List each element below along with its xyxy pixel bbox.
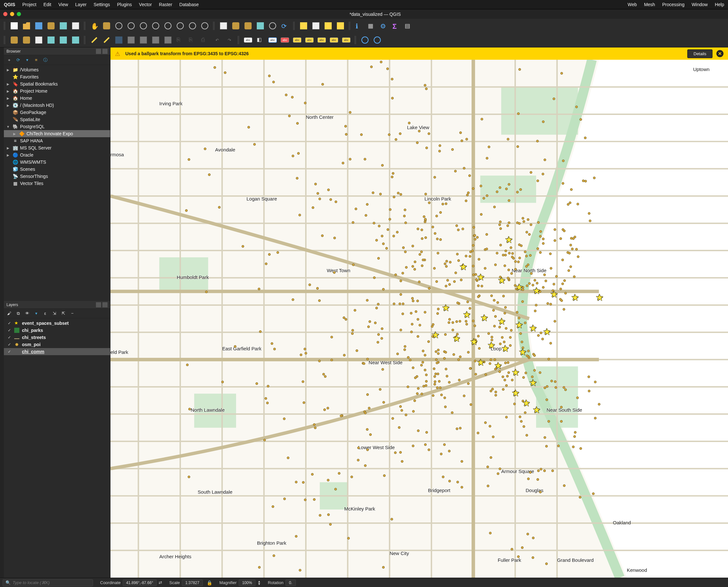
layers-collapse-icon[interactable]: ⇱ bbox=[60, 310, 67, 317]
layers-add-group-icon[interactable]: ⧉ bbox=[15, 310, 21, 317]
coordinate-toggle-icon[interactable]: ⇄ bbox=[159, 580, 162, 585]
browser-item[interactable]: ▶🔖Spatial Bookmarks bbox=[4, 80, 110, 88]
rotation-value[interactable]: 0. bbox=[286, 580, 296, 586]
select-all-button[interactable] bbox=[335, 21, 346, 31]
identify-button[interactable]: ℹ bbox=[354, 21, 364, 31]
browser-undock-button[interactable] bbox=[96, 49, 101, 54]
scale-lock-icon[interactable]: 🔒 bbox=[207, 580, 212, 585]
globe-zoom-button[interactable] bbox=[372, 35, 382, 45]
layer-item[interactable]: ✓chi_parks bbox=[4, 327, 110, 334]
diagram-button[interactable]: ◧ bbox=[255, 35, 266, 45]
browser-item[interactable]: ⭐Favorites bbox=[4, 73, 110, 80]
layers-styling-icon[interactable]: 🖌 bbox=[6, 310, 12, 317]
collapse-icon[interactable]: ≡ bbox=[33, 57, 39, 63]
magnifier-stepper[interactable]: ▲▼ bbox=[257, 580, 260, 585]
toolbox-button[interactable]: Σ bbox=[391, 21, 401, 31]
expand-arrow-icon[interactable]: ▶ bbox=[6, 146, 10, 150]
menu-raster[interactable]: Raster bbox=[159, 2, 172, 7]
delete-selected-button[interactable] bbox=[163, 35, 173, 45]
fullscreen-window-button[interactable] bbox=[17, 12, 21, 16]
browser-item[interactable]: ▶🏠Project Home bbox=[4, 88, 110, 95]
menu-web[interactable]: Web bbox=[628, 2, 637, 7]
browser-item[interactable]: 📡SensorThings bbox=[4, 173, 110, 180]
undo-button[interactable]: ↶ bbox=[212, 35, 222, 45]
menu-vector[interactable]: Vector bbox=[139, 2, 152, 7]
layers-remove-icon[interactable]: − bbox=[69, 310, 75, 317]
browser-item[interactable]: 🌐WMS/WMTS bbox=[4, 159, 110, 166]
paste-features-button[interactable]: ⎙ bbox=[200, 35, 210, 45]
move-label-button[interactable]: abc bbox=[304, 35, 315, 45]
toolbar-handle[interactable] bbox=[349, 22, 351, 30]
notice-close-button[interactable]: ✕ bbox=[716, 50, 724, 57]
menu-help[interactable]: Help bbox=[715, 2, 724, 7]
pan-to-selection-button[interactable] bbox=[101, 21, 112, 31]
expand-arrow-icon[interactable]: ▶ bbox=[6, 97, 10, 100]
toolbar-handle[interactable] bbox=[84, 36, 86, 44]
new-gps-layer-button[interactable] bbox=[70, 35, 81, 45]
browser-item[interactable]: ▦Vector Tiles bbox=[4, 180, 110, 187]
browser-item[interactable]: ▶🏠Home bbox=[4, 95, 110, 102]
expand-arrow-icon[interactable]: ▶ bbox=[6, 68, 10, 72]
toolbar-handle[interactable] bbox=[355, 36, 357, 44]
browser-item[interactable]: ▶💽/ (Macintosh HD) bbox=[4, 102, 110, 109]
layer-visibility-checkbox[interactable]: ✓ bbox=[7, 328, 12, 333]
attribute-table-button[interactable]: ▦ bbox=[366, 21, 377, 31]
layer-visibility-checkbox[interactable]: ✓ bbox=[7, 349, 12, 354]
toolbar-handle[interactable] bbox=[293, 22, 295, 30]
zoom-out-button[interactable] bbox=[126, 21, 136, 31]
layer-item[interactable]: ✓chi_streets bbox=[4, 334, 110, 341]
browser-item[interactable]: 📦GeoPackage bbox=[4, 109, 110, 116]
current-edits-button[interactable] bbox=[101, 35, 112, 45]
copy-features-button[interactable]: ⎘ bbox=[187, 35, 198, 45]
layers-expand-icon[interactable]: ⇲ bbox=[51, 310, 58, 317]
menu-layer[interactable]: Layer bbox=[75, 2, 87, 7]
new-vector-layer-button[interactable] bbox=[9, 35, 19, 45]
browser-item[interactable]: ▶📁/Volumes bbox=[4, 66, 110, 73]
new-geopackage-button[interactable] bbox=[21, 35, 32, 45]
toolbar-handle[interactable] bbox=[4, 22, 6, 30]
layer-visibility-checkbox[interactable]: ✓ bbox=[7, 342, 12, 347]
properties-icon[interactable]: ⓘ bbox=[42, 57, 48, 63]
layer-visibility-checkbox[interactable]: ✓ bbox=[7, 321, 12, 326]
layer-item[interactable]: ✓★event_spaces_subset bbox=[4, 320, 110, 327]
browser-close-button[interactable] bbox=[103, 49, 108, 54]
new-bookmark-button[interactable] bbox=[243, 21, 253, 31]
field-calculator-button[interactable]: ⚙ bbox=[379, 21, 389, 31]
browser-item[interactable]: ▶🏢MS SQL Server bbox=[4, 144, 110, 151]
add-feature-button[interactable] bbox=[126, 35, 136, 45]
style-manager-button[interactable] bbox=[58, 21, 68, 31]
spatial-bookmark-button[interactable] bbox=[268, 21, 278, 31]
refresh-icon[interactable]: ⟳ bbox=[15, 57, 21, 63]
new-3d-view-button[interactable] bbox=[231, 21, 241, 31]
zoom-layer-button[interactable] bbox=[175, 21, 185, 31]
change-label-button[interactable]: abc bbox=[329, 35, 339, 45]
layers-list[interactable]: ✓★event_spaces_subset✓chi_parks✓chi_stre… bbox=[4, 319, 110, 578]
expand-arrow-icon[interactable]: ▶ bbox=[6, 104, 10, 107]
menu-plugins[interactable]: Plugins bbox=[117, 2, 132, 7]
zoom-selection-button[interactable] bbox=[163, 21, 173, 31]
zoom-in-button[interactable] bbox=[114, 21, 124, 31]
label-props-button[interactable]: abc bbox=[341, 35, 351, 45]
browser-panel-header[interactable]: Browser bbox=[4, 47, 110, 55]
expand-arrow-icon[interactable]: ▶ bbox=[6, 82, 10, 86]
menu-database[interactable]: Database bbox=[179, 2, 199, 7]
zoom-next-button[interactable] bbox=[200, 21, 210, 31]
save-edits-button[interactable] bbox=[114, 35, 124, 45]
show-labels-button[interactable]: abc bbox=[292, 35, 302, 45]
layers-filter-icon[interactable]: ▾ bbox=[33, 310, 39, 317]
temporal-controller-button[interactable] bbox=[255, 21, 266, 31]
menu-mesh[interactable]: Mesh bbox=[644, 2, 655, 7]
browser-item[interactable]: ≡SAP HANA bbox=[4, 137, 110, 144]
expand-arrow-icon[interactable]: ▶ bbox=[12, 132, 17, 136]
layers-visibility-icon[interactable]: 👁 bbox=[24, 310, 30, 317]
browser-item[interactable]: ▶🔵Oracle bbox=[4, 151, 110, 159]
new-print-layout-button[interactable] bbox=[46, 21, 56, 31]
layers-panel-header[interactable]: Layers bbox=[4, 301, 110, 309]
locator-bar[interactable]: 🔍 bbox=[3, 579, 93, 586]
add-layer-icon[interactable]: ＋ bbox=[6, 57, 12, 63]
zoom-last-button[interactable] bbox=[187, 21, 198, 31]
deselect-button[interactable] bbox=[323, 21, 333, 31]
layers-expression-icon[interactable]: ε bbox=[42, 310, 48, 317]
menu-processing[interactable]: Processing bbox=[662, 2, 684, 7]
zoom-native-button[interactable] bbox=[138, 21, 149, 31]
